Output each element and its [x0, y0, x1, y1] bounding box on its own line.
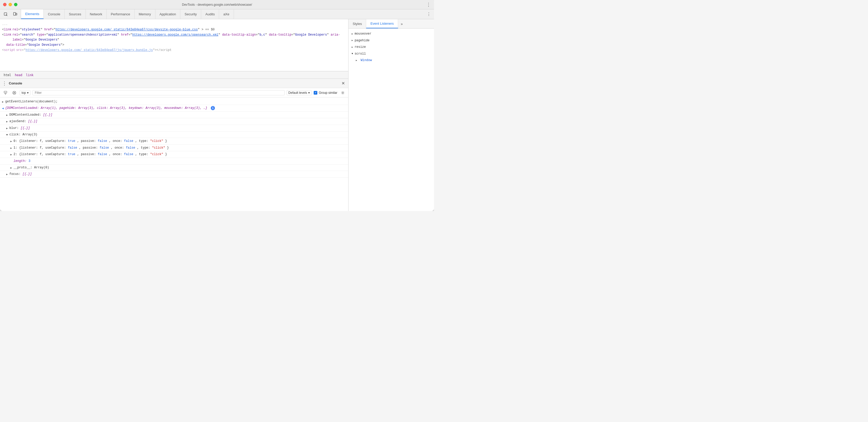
info-badge[interactable]: i — [211, 106, 215, 110]
code-ellipsis[interactable]: ... — [0, 21, 348, 27]
result-arrow-icon[interactable]: ◀ — [2, 105, 4, 111]
console-toolbar: top ▾ Default levels ▾ Group similar — [0, 88, 348, 97]
breadcrumb-link[interactable]: link — [24, 73, 35, 77]
minimize-button[interactable] — [8, 3, 12, 6]
console-child-focus: ▶ focus: [{…}] — [0, 171, 348, 177]
blur-arrow-icon[interactable]: ▶ — [6, 126, 8, 131]
tab-console[interactable]: Console — [44, 9, 65, 19]
right-panel: Styles Event Listeners » ▶ mouseover ▶ p… — [348, 19, 434, 211]
group-similar-label: Group similar — [319, 91, 337, 95]
console-menu-button[interactable]: ⋮ — [2, 81, 7, 86]
click2-arrow-icon[interactable]: ▶ — [10, 152, 12, 157]
console-title: Console — [9, 81, 22, 85]
tab-sources[interactable]: Sources — [65, 9, 86, 19]
breadcrumb-html[interactable]: html — [2, 73, 13, 77]
tab-styles[interactable]: Styles — [348, 19, 366, 28]
console-section: ⋮ Console ✕ — [0, 78, 348, 211]
tab-event-listeners[interactable]: Event Listeners — [366, 19, 398, 28]
console-header: ⋮ Console ✕ — [0, 79, 348, 88]
inspect-element-button[interactable] — [2, 11, 9, 18]
code-line-2: <link rel="search" type="application/ope… — [0, 32, 348, 42]
levels-selector[interactable]: Default levels ▾ — [287, 90, 312, 95]
tabs-bar: Elements Console Sources Network Perform… — [0, 9, 434, 19]
tab-network[interactable]: Network — [86, 9, 107, 19]
console-settings-button[interactable] — [339, 89, 346, 96]
console-output: ▶ getEventListeners(document); ◀ {DOMCon… — [0, 97, 348, 211]
event-mouseover[interactable]: ▶ mouseover — [348, 31, 434, 37]
tab-security[interactable]: Security — [180, 9, 201, 19]
console-result-text: {DOMContentLoaded: Array(1), pagehide: A… — [5, 105, 346, 111]
context-selector[interactable]: top ▾ — [20, 90, 30, 95]
proto-arrow-icon[interactable]: ▶ — [10, 165, 12, 170]
svg-rect-3 — [16, 13, 17, 15]
main-area: ... <link rel="stylesheet" href="https:/… — [0, 19, 434, 211]
ajaxsend-arrow-icon[interactable]: ▶ — [6, 119, 8, 124]
tab-application[interactable]: Application — [155, 9, 181, 19]
console-click-proto: ▶ __proto__: Array(0) — [0, 164, 348, 171]
group-similar-toggle[interactable]: Group similar — [314, 91, 337, 95]
more-right-tabs-button[interactable]: » — [398, 19, 405, 28]
levels-value: Default levels — [288, 91, 307, 95]
console-child-click: ▼ click: Array(3) — [0, 131, 348, 138]
tab-performance[interactable]: Performance — [106, 9, 134, 19]
svg-point-9 — [342, 92, 344, 93]
length-spacer-icon: ▶ — [10, 159, 12, 164]
focus-arrow-icon[interactable]: ▶ — [6, 171, 8, 177]
console-click-2: ▶ 2: {listener: f, useCapture: true , pa… — [0, 151, 348, 158]
tab-controls — [0, 9, 21, 19]
tab-audits[interactable]: Audits — [201, 9, 219, 19]
console-child-domcontent: ▶ DOMContentLoaded: [{…}] — [0, 112, 348, 118]
console-child-ajaxsend: ▶ ajaxSend: [{…}] — [0, 118, 348, 125]
click1-arrow-icon[interactable]: ▶ — [10, 145, 12, 151]
console-entry-cmd: ▶ getEventListeners(document); — [0, 98, 348, 105]
event-resize[interactable]: ▶ resize — [348, 44, 434, 51]
scroll-arrow-icon: ▼ — [352, 52, 353, 56]
right-panel-tabs: Styles Event Listeners » — [348, 19, 434, 29]
console-click-length: ▶ length: 3 — [0, 158, 348, 164]
event-pagehide[interactable]: ▶ pagehide — [348, 37, 434, 44]
event-scroll[interactable]: ▼ scroll — [348, 51, 434, 58]
more-tabs-button[interactable]: ⋮ — [424, 9, 434, 19]
levels-arrow-icon: ▾ — [308, 91, 310, 95]
window-title: DevTools - developers.google.com/web/sho… — [182, 3, 252, 6]
tab-elements[interactable]: Elements — [21, 9, 44, 19]
left-panel: ... <link rel="stylesheet" href="https:/… — [0, 19, 348, 211]
tab-axe[interactable]: aXe — [219, 9, 234, 19]
pagehide-arrow-icon: ▶ — [352, 38, 353, 43]
close-button[interactable] — [3, 3, 6, 6]
stop-recording-button[interactable] — [11, 89, 18, 96]
scroll-window-arrow-icon: ▶ — [356, 59, 357, 62]
tab-memory[interactable]: Memory — [135, 9, 155, 19]
domcontent-arrow-icon[interactable]: ▶ — [6, 112, 8, 118]
clear-console-button[interactable] — [2, 89, 9, 96]
console-click-1: ▶ 1: {listener: f, useCapture: false , p… — [0, 145, 348, 151]
maximize-button[interactable] — [14, 3, 18, 6]
breadcrumb-head[interactable]: head — [13, 73, 24, 77]
console-filter-input[interactable] — [32, 90, 285, 95]
event-scroll-window[interactable]: ▶ Window — [348, 57, 434, 64]
code-line-1: <link rel="stylesheet" href="https://dev… — [0, 27, 348, 32]
breadcrumb: html head link — [0, 71, 348, 78]
event-listeners-panel: ▶ mouseover ▶ pagehide ▶ resize ▼ scroll — [348, 29, 434, 211]
traffic-lights — [3, 3, 18, 6]
context-value: top — [22, 91, 26, 95]
device-toolbar-button[interactable] — [11, 11, 19, 18]
group-similar-checkbox[interactable] — [314, 91, 317, 95]
elements-code-area: ... <link rel="stylesheet" href="https:/… — [0, 19, 348, 71]
context-arrow-icon: ▾ — [27, 91, 29, 95]
title-bar: DevTools - developers.google.com/web/sho… — [0, 0, 434, 9]
menu-button[interactable]: ⋮ — [426, 2, 431, 7]
code-line-3: <script src="https://developers.google.c… — [0, 48, 348, 53]
console-click-0: ▶ 0: {listener: f, useCapture: true , pa… — [0, 138, 348, 144]
console-close-button[interactable]: ✕ — [340, 80, 346, 87]
devtools-window: DevTools - developers.google.com/web/sho… — [0, 0, 434, 211]
main-tabs: Elements Console Sources Network Perform… — [21, 9, 424, 19]
console-entry-result: ◀ {DOMContentLoaded: Array(1), pagehide:… — [0, 105, 348, 111]
console-cmd-text[interactable]: getEventListeners(document); — [5, 99, 346, 104]
click0-arrow-icon[interactable]: ▶ — [10, 138, 12, 144]
code-line-2b: data-title="Google Developers"> — [0, 43, 348, 48]
mouseover-arrow-icon: ▶ — [352, 32, 353, 36]
cmd-arrow-icon: ▶ — [2, 99, 4, 104]
click-arrow-icon[interactable]: ▼ — [6, 132, 8, 137]
svg-rect-2 — [13, 12, 16, 15]
